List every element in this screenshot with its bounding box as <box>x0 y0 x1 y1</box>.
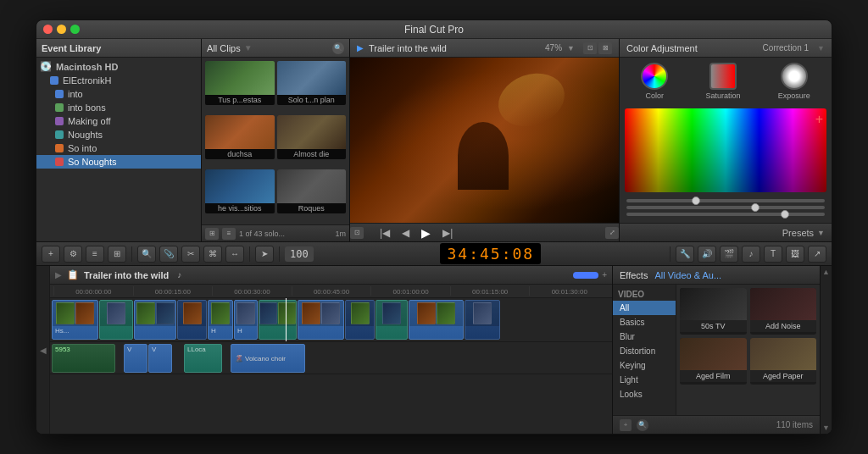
clip-item[interactable]: Roques <box>277 169 347 213</box>
share-button[interactable]: ↗ <box>808 246 826 263</box>
transform-button[interactable]: ↔ <box>225 246 244 263</box>
clip-item[interactable]: Solo t...n plan <box>277 61 347 105</box>
clip-block[interactable] <box>134 300 176 340</box>
view-toggle-button[interactable]: ⊞ <box>205 228 219 240</box>
effect-add-noise[interactable]: Add Noise <box>750 288 817 335</box>
clip-block[interactable]: H <box>208 300 233 340</box>
add-button[interactable]: + <box>42 246 60 263</box>
magnify-button[interactable]: 🔍 <box>137 246 156 263</box>
effect-aged-film[interactable]: Aged Film <box>680 338 747 385</box>
clip-button[interactable]: 📎 <box>159 246 178 263</box>
timeline-expand-icon[interactable]: ▶ <box>55 270 62 280</box>
audio-button[interactable]: 🔊 <box>698 246 716 263</box>
edit-button[interactable]: ✂ <box>181 246 200 263</box>
audio-clip[interactable]: 5953 <box>52 344 115 373</box>
tools-button[interactable]: 🔧 <box>676 246 694 263</box>
color-tool-color[interactable]: Color <box>641 63 668 100</box>
search-icon[interactable]: 🔍 <box>332 42 344 54</box>
audio-clip[interactable]: LLoca <box>184 344 222 373</box>
go-to-start-button[interactable]: |◀ <box>377 227 392 239</box>
view-button[interactable]: ≡ <box>86 246 104 263</box>
effects-cat-blur[interactable]: Blur <box>613 329 676 344</box>
sidebar-item-making-off[interactable]: Making off <box>36 114 201 128</box>
audio-clip[interactable]: V <box>148 344 172 373</box>
view-full-button[interactable]: ⊠ <box>598 42 612 54</box>
clip-block[interactable] <box>376 300 408 340</box>
effects-cat-keying[interactable]: Keying <box>613 358 676 373</box>
slider-thumb-2[interactable] <box>751 203 760 212</box>
select-button[interactable]: ➤ <box>255 246 274 263</box>
scroll-down-button[interactable]: ▼ <box>822 424 830 432</box>
effect-aged-paper[interactable]: Aged Paper <box>750 338 817 385</box>
event-list[interactable]: 💽 Macintosh HD ElEctronikH into into bon… <box>36 58 201 241</box>
right-scrollbar[interactable]: ▲ ▼ <box>820 266 832 434</box>
clip-block[interactable]: H <box>234 300 258 340</box>
clip-block[interactable] <box>99 300 133 340</box>
clip-block[interactable] <box>298 300 344 340</box>
text-button[interactable]: T <box>764 246 782 263</box>
clip-item[interactable]: duchsa <box>205 115 275 159</box>
clip-block[interactable] <box>259 300 297 340</box>
effects-cat-all[interactable]: All <box>613 301 676 315</box>
view-fit-button[interactable]: ⊡ <box>583 42 597 54</box>
close-button[interactable] <box>43 25 53 34</box>
color-slider-1[interactable] <box>626 199 825 202</box>
zoom-slider-track[interactable] <box>573 272 598 279</box>
effects-add-button[interactable]: + <box>620 419 632 431</box>
clip-block[interactable] <box>177 300 207 340</box>
clips-dropdown-icon[interactable]: ▼ <box>244 43 253 53</box>
clip-block[interactable] <box>465 300 500 340</box>
photo-button[interactable]: 🖼 <box>786 246 804 263</box>
clip-block[interactable]: Hs... <box>52 300 98 340</box>
effect-50s-tv[interactable]: 50s TV <box>680 288 747 335</box>
add-color-button[interactable]: + <box>815 112 823 127</box>
sidebar-item-electronikh[interactable]: ElEctronikH <box>36 74 201 87</box>
sidebar-item-into-bons[interactable]: into bons <box>36 101 201 114</box>
drive-icon: 💽 <box>40 61 52 72</box>
clip-item[interactable]: Almost die <box>277 115 347 159</box>
slider-thumb-3[interactable] <box>781 210 789 219</box>
audio-clip[interactable]: V <box>124 344 147 373</box>
effects-search-button[interactable]: 🔍 <box>637 419 648 431</box>
scroll-up-button[interactable]: ▲ <box>822 268 830 276</box>
clip-block[interactable] <box>345 300 375 340</box>
blade-button[interactable]: ⌘ <box>203 246 222 263</box>
sidebar-item-macintosh[interactable]: 💽 Macintosh HD <box>36 59 201 74</box>
correction-dropdown[interactable]: ▼ <box>817 44 825 53</box>
rewind-button[interactable]: ◀ <box>399 227 412 239</box>
settings-button[interactable]: ⚙ <box>64 246 82 263</box>
list-view-button[interactable]: ⊞ <box>108 246 126 263</box>
minimize-button[interactable] <box>57 25 66 34</box>
fast-forward-button[interactable]: ▶| <box>440 227 455 239</box>
sidebar-item-so-into[interactable]: So into <box>36 141 201 155</box>
clip-block[interactable] <box>409 300 464 340</box>
fullscreen-button[interactable]: ⤢ <box>605 227 619 239</box>
fit-button[interactable]: ⊡ <box>350 227 364 239</box>
timeline-tracks[interactable]: Hs... <box>50 298 612 434</box>
zoom-dropdown[interactable]: ▼ <box>567 44 575 53</box>
timeline-toggle-button[interactable]: ◀ <box>36 266 50 434</box>
clip-item[interactable]: Tus p...estas <box>205 61 275 105</box>
clip-item[interactable]: he vis...sitios <box>205 169 275 213</box>
effects-cat-looks[interactable]: Looks <box>613 387 676 401</box>
sidebar-item-noughts[interactable]: Noughts <box>36 128 201 141</box>
sort-button[interactable]: ≡ <box>222 228 236 240</box>
color-tool-exposure[interactable]: Exposure <box>778 63 810 100</box>
maximize-button[interactable] <box>70 25 80 34</box>
play-button[interactable]: ▶ <box>419 226 433 240</box>
music-button[interactable]: ♪ <box>742 246 760 263</box>
effects-cat-distortion[interactable]: Distortion <box>613 344 676 358</box>
sidebar-item-so-noughts[interactable]: So Noughts <box>36 155 201 169</box>
effects-filter-dropdown[interactable]: All Video & Au... <box>654 270 721 280</box>
color-slider-3[interactable] <box>626 213 825 216</box>
sidebar-item-into[interactable]: into <box>36 87 201 101</box>
color-tool-saturation[interactable]: Saturation <box>705 63 740 100</box>
presets-dropdown[interactable]: ▼ <box>817 229 825 237</box>
video-button[interactable]: 🎬 <box>720 246 738 263</box>
color-slider-2[interactable] <box>626 206 825 209</box>
slider-thumb-1[interactable] <box>692 197 700 205</box>
zoom-in-icon[interactable]: + <box>602 270 607 280</box>
audio-clip[interactable]: 🌋 Volcano choir <box>231 344 305 373</box>
effects-cat-light[interactable]: Light <box>613 373 676 387</box>
effects-cat-basics[interactable]: Basics <box>613 315 676 329</box>
